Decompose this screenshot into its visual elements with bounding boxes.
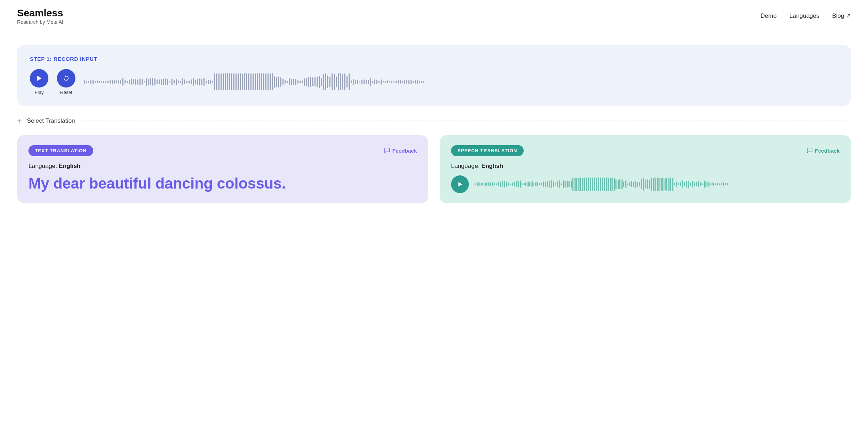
speech-language-label: Language: <box>451 163 480 169</box>
speech-waveform <box>475 175 840 193</box>
main-content: STEP 1: RECORD INPUT Play Reset <box>0 32 868 216</box>
translation-cards: TEXT TRANSLATION Feedback Language: Engl… <box>17 135 851 203</box>
text-card-header: TEXT TRANSLATION Feedback <box>28 145 417 156</box>
step-text: RECORD INPUT <box>54 56 97 62</box>
play-control: Play <box>30 69 48 95</box>
speech-audio-row <box>451 175 840 193</box>
text-card-language: Language: English <box>28 163 417 170</box>
nav-blog[interactable]: Blog ↗ <box>832 12 851 20</box>
play-icon <box>36 75 43 82</box>
play-label: Play <box>35 90 43 95</box>
svg-marker-0 <box>37 76 42 81</box>
input-waveform <box>84 71 838 92</box>
text-translation-content: My dear beautiful dancing colossus. <box>28 175 417 192</box>
speech-play-button[interactable] <box>451 175 469 193</box>
audio-controls: Play Reset <box>30 69 838 95</box>
speech-feedback-button[interactable]: Feedback <box>806 147 840 154</box>
text-feedback-label: Feedback <box>392 148 417 154</box>
reset-icon <box>63 75 70 82</box>
reset-control: Reset <box>57 69 75 95</box>
speech-card-language: Language: English <box>451 163 840 170</box>
main-nav: Demo Languages Blog ↗ <box>761 12 851 20</box>
svg-marker-1 <box>459 182 462 186</box>
header: Seamless Research by Meta AI Demo Langua… <box>0 0 868 32</box>
text-feedback-button[interactable]: Feedback <box>384 147 417 154</box>
speech-language-value: English <box>481 163 503 169</box>
text-translation-badge: TEXT TRANSLATION <box>28 145 93 156</box>
reset-label: Reset <box>60 90 72 95</box>
speech-play-icon <box>457 181 463 187</box>
nav-languages[interactable]: Languages <box>789 12 819 20</box>
select-translation-label[interactable]: Select Translation <box>27 117 75 125</box>
dashed-divider <box>81 121 851 121</box>
logo-title: Seamless <box>17 7 63 19</box>
plus-icon: + <box>17 117 21 125</box>
speech-translation-card: SPEECH TRANSLATION Feedback Language: En… <box>440 135 851 203</box>
play-button[interactable] <box>30 69 48 88</box>
speech-feedback-label: Feedback <box>815 148 840 154</box>
speech-translation-badge: SPEECH TRANSLATION <box>451 145 524 156</box>
step-label: STEP 1: RECORD INPUT <box>30 56 838 62</box>
select-translation-row: + Select Translation <box>17 117 851 125</box>
text-language-label: Language: <box>28 163 57 169</box>
nav-demo[interactable]: Demo <box>761 12 777 20</box>
text-language-value: English <box>59 163 80 169</box>
logo-subtitle: Research by Meta AI <box>17 19 63 25</box>
text-translation-card: TEXT TRANSLATION Feedback Language: Engl… <box>17 135 428 203</box>
step-number: STEP 1: <box>30 56 52 62</box>
logo: Seamless Research by Meta AI <box>17 7 63 25</box>
speech-feedback-icon <box>806 147 813 154</box>
reset-button[interactable] <box>57 69 75 88</box>
record-section: STEP 1: RECORD INPUT Play Reset <box>17 45 851 106</box>
speech-card-header: SPEECH TRANSLATION Feedback <box>451 145 840 156</box>
feedback-icon <box>384 147 390 154</box>
